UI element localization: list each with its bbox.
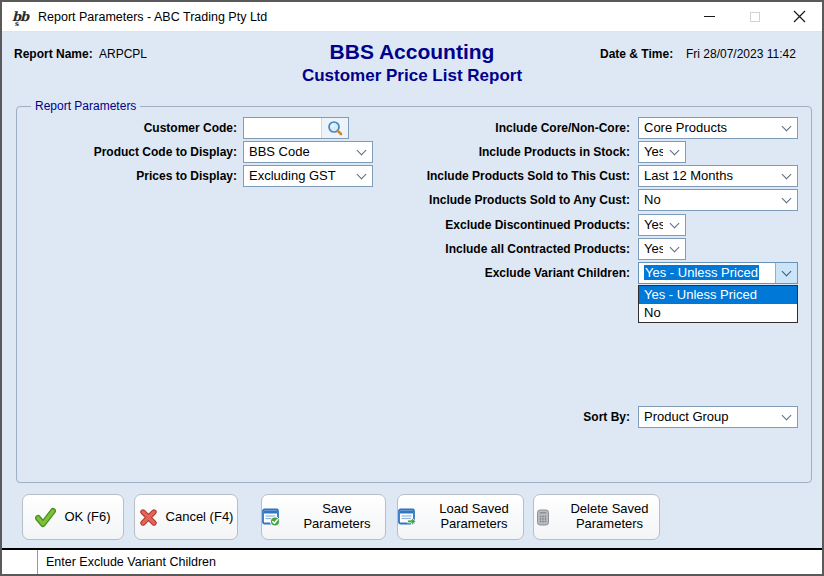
sold-any-cust-row: Include Products Sold to Any Cust: No [372,189,798,211]
customer-code-row: Customer Code: [32,117,349,139]
core-noncore-label: Include Core/Non-Core: [372,121,630,135]
core-noncore-select[interactable]: Core Products [638,117,798,139]
exclude-variant-children-row: Exclude Variant Children: Yes - Unless P… [372,262,798,284]
exclude-variant-children-select[interactable]: Yes - Unless Priced [638,262,798,284]
product-code-dropdown-button[interactable] [350,142,372,162]
sold-any-cust-dropdown-button[interactable] [775,190,797,210]
maximize-icon [750,12,760,22]
save-disk-check-icon [262,508,281,527]
chevron-down-icon [669,145,679,155]
sold-this-cust-dropdown-button[interactable] [775,166,797,186]
window-title: Report Parameters - ABC Trading Pty Ltd [38,10,267,24]
ok-button[interactable]: OK (F6) [22,494,124,540]
cancel-button-label: Cancel (F4) [166,510,234,525]
exclude-variant-children-label: Exclude Variant Children: [372,266,630,280]
sort-by-select[interactable]: Product Group [638,406,798,428]
green-check-icon [35,507,56,528]
products-in-stock-dropdown-button[interactable] [663,142,685,162]
products-in-stock-label: Include Products in Stock: [372,145,630,159]
sold-this-cust-row: Include Products Sold to This Cust: Last… [372,165,798,187]
core-noncore-dropdown-button[interactable] [775,118,797,138]
chevron-down-icon [781,410,791,420]
sold-any-cust-label: Include Products Sold to Any Cust: [372,193,630,207]
contracted-products-value: Yes [639,239,663,259]
minimize-icon [704,16,715,17]
chevron-down-icon [781,121,791,131]
status-message: Enter Exclude Variant Children [38,550,216,574]
products-in-stock-select[interactable]: Yes [638,141,686,163]
prices-row: Prices to Display: Excluding GST [32,165,373,187]
exclude-discontinued-select[interactable]: Yes [638,214,686,236]
title-bar: b b s Report Parameters - ABC Trading Pt… [2,2,822,32]
chevron-down-icon [782,266,792,276]
prices-select[interactable]: Excluding GST [243,165,373,187]
chevron-down-icon [356,145,366,155]
dropdown-option-yes-unless-priced[interactable]: Yes - Unless Priced [639,286,797,304]
cancel-button[interactable]: Cancel (F4) [134,494,238,540]
exclude-variant-children-dropdown-button[interactable] [775,263,797,283]
report-title: Customer Price List Report [2,66,822,86]
delete-saved-parameters-button[interactable]: Delete Saved Parameters [533,494,660,540]
sold-this-cust-label: Include Products Sold to This Cust: [372,169,630,183]
product-code-row: Product Code to Display: BBS Code [32,141,373,163]
core-noncore-row: Include Core/Non-Core: Core Products [372,117,798,139]
load-saved-parameters-button[interactable]: Load Saved Parameters [397,494,524,540]
save-parameters-button[interactable]: Save Parameters [261,494,386,540]
ok-button-label: OK (F6) [64,510,110,525]
report-parameters-window: b b s Report Parameters - ABC Trading Pt… [0,0,824,576]
sold-this-cust-select[interactable]: Last 12 Months [638,165,798,187]
status-bar: Enter Exclude Variant Children [2,548,822,574]
exclude-variant-children-dropdown-list: Yes - Unless Priced No [638,285,798,323]
dropdown-option-no[interactable]: No [639,304,797,322]
delete-bin-icon [534,508,552,527]
exclude-discontinued-row: Exclude Discontinued Products: Yes [372,214,686,236]
exclude-discontinued-value: Yes [639,215,663,235]
maximize-button [732,2,777,32]
customer-code-label: Customer Code: [32,121,237,135]
minimize-button[interactable] [687,2,732,32]
prices-dropdown-button[interactable] [350,166,372,186]
contracted-products-dropdown-button[interactable] [663,239,685,259]
exclude-discontinued-dropdown-button[interactable] [663,215,685,235]
product-code-label: Product Code to Display: [32,145,237,159]
red-cross-icon [139,508,158,527]
sort-by-dropdown-button[interactable] [775,407,797,427]
product-code-value: BBS Code [244,142,350,162]
customer-code-input[interactable] [244,118,321,138]
groupbox-label: Report Parameters [31,99,140,113]
prices-value: Excluding GST [244,166,350,186]
sort-by-label: Sort By: [372,410,630,424]
save-parameters-button-label: Save Parameters [289,502,385,532]
products-in-stock-row: Include Products in Stock: Yes [372,141,686,163]
products-in-stock-value: Yes [639,142,663,162]
save-disk-arrow-icon [398,508,417,527]
svg-text:b: b [20,9,30,24]
close-icon [793,10,806,23]
contracted-products-select[interactable]: Yes [638,238,686,260]
chevron-down-icon [356,169,366,179]
magnifier-icon [327,120,344,137]
bbs-app-icon: b b s [11,7,31,27]
contracted-products-row: Include all Contracted Products: Yes [372,238,686,260]
exclude-discontinued-label: Exclude Discontinued Products: [372,218,630,232]
chevron-down-icon [781,193,791,203]
close-button[interactable] [777,2,822,32]
svg-text:s: s [15,19,19,27]
sold-this-cust-value: Last 12 Months [639,166,775,186]
datetime-label: Date & Time: [600,47,673,61]
sort-by-row: Sort By: Product Group [372,406,798,428]
chevron-down-icon [781,169,791,179]
datetime-value: Fri 28/07/2023 11:42 [686,47,796,61]
product-code-select[interactable]: BBS Code [243,141,373,163]
status-bar-cell [2,550,38,574]
core-noncore-value: Core Products [639,118,775,138]
contracted-products-label: Include all Contracted Products: [372,242,630,256]
customer-code-search-button[interactable] [321,118,348,138]
customer-code-field [243,117,349,139]
delete-saved-parameters-button-label: Delete Saved Parameters [560,502,659,532]
exclude-variant-children-value: Yes - Unless Priced [644,265,759,280]
prices-label: Prices to Display: [32,169,237,183]
sold-any-cust-select[interactable]: No [638,189,798,211]
chevron-down-icon [669,218,679,228]
sort-by-value: Product Group [639,407,775,427]
